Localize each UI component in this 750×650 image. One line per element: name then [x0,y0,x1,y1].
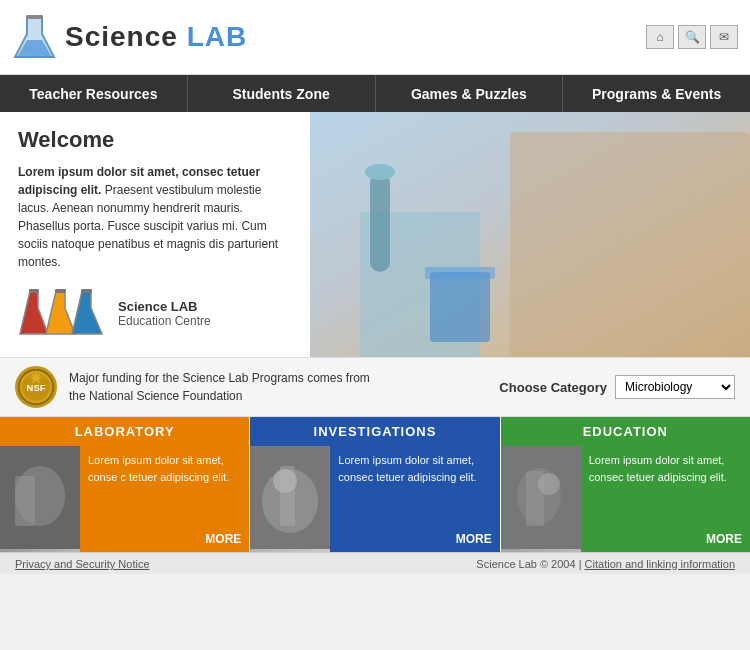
investigations-image [250,446,330,549]
main-content: Welcome Lorem ipsum dolor sit amet, cons… [0,112,750,357]
svg-rect-16 [425,267,495,279]
svg-rect-5 [29,289,39,293]
laboratory-thumbnail [0,446,80,552]
svg-point-28 [273,469,297,493]
category-select[interactable]: Microbiology Chemistry Biology Physics [615,375,735,399]
header: Science LAB ⌂ 🔍 ✉ [0,0,750,75]
funding-text-line1: Major funding for the Science Lab Progra… [69,369,499,387]
laboratory-desc: Lorem ipsum dolor sit amet, conse c tetu… [88,452,241,485]
svg-text:NSF: NSF [27,382,46,393]
left-content: Welcome Lorem ipsum dolor sit amet, cons… [0,112,310,357]
nsf-badge: NSF [15,366,57,408]
laboratory-more-button[interactable]: MORE [205,532,241,546]
investigations-desc: Lorem ipsum dolor sit amet, consec tetue… [338,452,491,485]
svg-rect-15 [430,272,490,342]
investigations-body: Lorem ipsum dolor sit amet, consec tetue… [250,446,499,552]
laboratory-text-area: Lorem ipsum dolor sit amet, conse c tetu… [80,446,249,552]
laboratory-body: Lorem ipsum dolor sit amet, conse c tetu… [0,446,249,552]
svg-rect-7 [55,289,66,293]
nav-students-zone[interactable]: Students Zone [188,75,376,112]
flask-group-icon [18,286,108,341]
logo-text: Science LAB [65,21,247,53]
investigations-more-button[interactable]: MORE [456,532,492,546]
logo-flask-icon [12,12,57,62]
welcome-text: Lorem ipsum dolor sit amet, consec tetue… [18,163,292,271]
footer-left: Privacy and Security Notice [15,556,150,571]
svg-marker-8 [72,291,102,334]
investigations-header: INVESTIGATIONS [250,417,499,446]
navigation: Teacher Resources Students Zone Games & … [0,75,750,112]
investigations-section: INVESTIGATIONS Lorem ipsum dolor sit ame… [250,417,499,552]
citation-link[interactable]: Citation and linking information [585,558,735,570]
nav-programs-events[interactable]: Programs & Events [563,75,750,112]
nsf-badge-icon: NSF [18,366,54,408]
categories-section: LABORATORY Lorem ipsum dolor sit amet, c… [0,417,750,552]
education-header: EDUCATION [501,417,750,446]
category-area: Choose Category Microbiology Chemistry B… [499,375,735,399]
svg-rect-2 [26,15,43,19]
privacy-link[interactable]: Privacy and Security Notice [15,558,150,570]
investigations-thumbnail [250,446,330,552]
svg-rect-11 [510,132,750,357]
funding-text-line2: the National Science Foundation [69,387,499,405]
lab-logo-line1: Science LAB [118,299,211,314]
header-icons: ⌂ 🔍 ✉ [646,25,738,49]
laboratory-header: LABORATORY [0,417,249,446]
welcome-title: Welcome [18,127,292,153]
funding-text: Major funding for the Science Lab Progra… [69,369,499,405]
lab-logo-line2: Education Centre [118,314,211,328]
laboratory-section: LABORATORY Lorem ipsum dolor sit amet, c… [0,417,249,552]
education-section: EDUCATION Lorem ipsum dolor sit amet, co… [501,417,750,552]
svg-point-14 [365,164,395,180]
logo-area: Science LAB [12,12,247,62]
education-text-area: Lorem ipsum dolor sit amet, consec tetue… [581,446,750,552]
investigations-text-area: Lorem ipsum dolor sit amet, consec tetue… [330,446,499,552]
mail-button[interactable]: ✉ [710,25,738,49]
footer-copyright: Science Lab © 2004 | [476,558,581,570]
search-button[interactable]: 🔍 [678,25,706,49]
svg-point-32 [538,473,560,495]
svg-rect-13 [370,172,390,272]
svg-marker-6 [46,291,75,334]
education-thumbnail [501,446,581,552]
education-desc: Lorem ipsum dolor sit amet, consec tetue… [589,452,742,485]
nav-games-puzzles[interactable]: Games & Puzzles [376,75,564,112]
home-button[interactable]: ⌂ [646,25,674,49]
funding-bar: NSF Major funding for the Science Lab Pr… [0,357,750,417]
education-image [501,446,581,549]
hero-image [310,112,750,357]
footer: Privacy and Security Notice Science Lab … [0,552,750,574]
education-more-button[interactable]: MORE [706,532,742,546]
laboratory-image [0,446,80,549]
svg-rect-9 [81,289,92,293]
lab-logo-bottom: Science LAB Education Centre [18,286,292,341]
education-body: Lorem ipsum dolor sit amet, consec tetue… [501,446,750,552]
svg-rect-23 [15,476,35,526]
footer-right: Science Lab © 2004 | Citation and linkin… [476,558,735,570]
svg-marker-4 [20,291,48,334]
hero-image-visual [310,112,750,357]
nav-teacher-resources[interactable]: Teacher Resources [0,75,188,112]
lab-center-text: Science LAB Education Centre [118,299,211,328]
category-label: Choose Category [499,380,607,395]
